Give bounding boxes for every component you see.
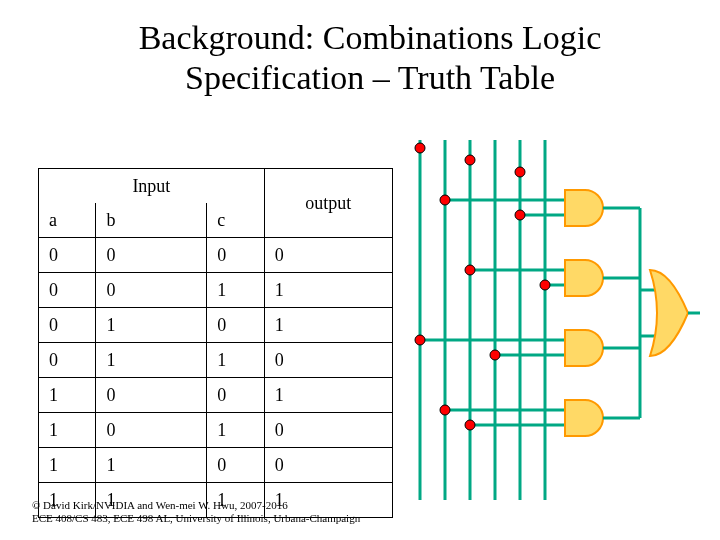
table-row: 0000: [39, 238, 393, 273]
or-gate-icon: [640, 208, 700, 418]
col-c: c: [207, 203, 264, 238]
col-a: a: [39, 203, 96, 238]
title-line1: Background: Combinations Logic: [139, 19, 602, 56]
credit-line2: ECE 408/CS 483, ECE 498 AL, University o…: [32, 512, 360, 524]
col-b: b: [96, 203, 207, 238]
table-row: 0110: [39, 343, 393, 378]
table-row: 1001: [39, 378, 393, 413]
svg-point-13: [515, 210, 525, 220]
svg-point-22: [415, 335, 425, 345]
svg-point-8: [515, 167, 525, 177]
svg-point-27: [440, 405, 450, 415]
credit-line1: © David Kirk/NVIDIA and Wen-mei W. Hwu, …: [32, 499, 288, 511]
truth-table: Input output a b c 0000 0011 0101 0110 1…: [38, 168, 393, 518]
slide-title: Background: Combinations Logic Specifica…: [60, 18, 680, 98]
slide: Background: Combinations Logic Specifica…: [0, 0, 720, 540]
svg-point-17: [465, 265, 475, 275]
svg-point-18: [540, 280, 550, 290]
svg-point-7: [465, 155, 475, 165]
svg-point-6: [415, 143, 425, 153]
title-line2: Specification – Truth Table: [185, 59, 555, 96]
table-row: 0011: [39, 273, 393, 308]
logic-circuit-icon: [400, 140, 700, 500]
output-header: output: [305, 193, 351, 213]
and-gate-icon: [415, 330, 640, 366]
table-row: 1010: [39, 413, 393, 448]
svg-point-12: [440, 195, 450, 205]
table-row: 0101: [39, 308, 393, 343]
credit: © David Kirk/NVIDIA and Wen-mei W. Hwu, …: [32, 499, 360, 527]
and-gate-icon: [465, 260, 640, 296]
svg-point-28: [465, 420, 475, 430]
svg-point-23: [490, 350, 500, 360]
table-row: 1100: [39, 448, 393, 483]
input-header: Input: [132, 176, 170, 196]
